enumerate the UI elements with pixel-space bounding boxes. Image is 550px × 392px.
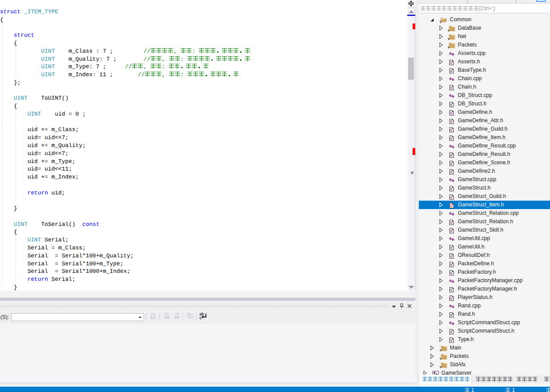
svg-text:h: h [450,128,452,132]
svg-text:h: h [450,69,452,74]
svg-text:h: h [450,338,452,343]
svg-text:h: h [450,136,452,141]
svg-text:h: h [450,288,452,292]
svg-text:h: h [450,103,452,107]
svg-text:h: h [450,330,452,334]
svg-text:h: h [450,86,452,90]
svg-text:h: h [450,61,452,65]
svg-text:c: c [199,316,202,320]
svg-text:h: h [450,313,452,318]
svg-text:h: h [450,229,452,233]
svg-text:h: h [450,170,452,175]
svg-text:h: h [450,246,452,250]
svg-text:h: h [450,187,452,191]
svg-text:h: h [450,271,452,276]
svg-text:h: h [450,120,452,124]
svg-text:h: h [450,195,452,200]
svg-text:h: h [450,162,452,166]
svg-text:h: h [450,263,452,267]
svg-text:h: h [450,296,452,301]
svg-text:h: h [450,204,452,208]
svg-text:h: h [450,111,452,116]
svg-text:h: h [450,153,452,158]
svg-text:h: h [450,221,452,225]
svg-text:h: h [450,254,452,259]
